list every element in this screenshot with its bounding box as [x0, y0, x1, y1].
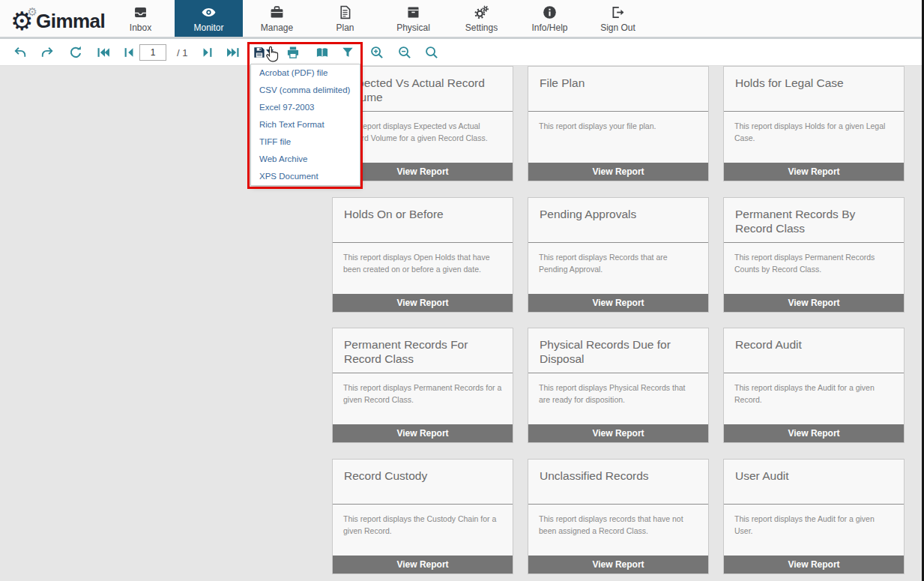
report-card-description: This report displays Holds for a given L… — [724, 112, 904, 145]
nav-item-info-help[interactable]: Info/Help — [516, 0, 584, 37]
view-report-button[interactable]: View Report — [528, 556, 708, 574]
nav-item-manage[interactable]: Manage — [243, 0, 311, 37]
top-navbar: ⚙ ⚙ Gimmal Inbox Monitor Manage Plan Phy… — [0, 0, 924, 39]
report-card-title: Holds for Legal Case — [724, 67, 904, 112]
box-icon — [405, 4, 421, 20]
page-layout-button[interactable] — [315, 45, 330, 60]
report-toolbar: / 1 — [0, 39, 924, 66]
print-button[interactable] — [286, 45, 301, 60]
next-page-button[interactable] — [200, 45, 215, 60]
report-card-description: This report displays the Audit for a giv… — [724, 373, 904, 406]
report-card: Physical Records Due for Disposal This r… — [528, 328, 709, 443]
first-page-button[interactable] — [96, 45, 111, 60]
view-report-button[interactable]: View Report — [528, 294, 708, 312]
view-report-button[interactable]: View Report — [724, 163, 904, 181]
report-card-description: This report displays Permanent Records C… — [724, 243, 904, 276]
briefcase-icon — [269, 4, 285, 20]
nav-item-physical[interactable]: Physical — [379, 0, 447, 37]
nav-items: Inbox Monitor Manage Plan Physical Setti… — [106, 0, 652, 37]
view-report-button[interactable]: View Report — [333, 556, 513, 574]
export-save-button[interactable] — [252, 45, 267, 60]
report-card-title: Permanent Records For Record Class — [333, 328, 513, 373]
view-report-button[interactable]: View Report — [333, 294, 513, 312]
view-report-button[interactable]: View Report — [528, 424, 708, 442]
report-card-title: File Plan — [528, 67, 708, 112]
gear-small-logo-icon: ⚙ — [27, 5, 37, 19]
report-card-title: User Audit — [724, 460, 904, 505]
prev-page-button[interactable] — [121, 45, 136, 60]
report-card: Record Custody This report displays the … — [332, 459, 513, 574]
report-card-title: Physical Records Due for Disposal — [528, 328, 708, 373]
report-card-title: Permanent Records By Record Class — [724, 198, 904, 243]
info-icon — [542, 4, 558, 20]
inbox-icon — [133, 4, 148, 20]
refresh-button[interactable] — [68, 45, 83, 60]
sign-out-icon — [610, 4, 626, 20]
export-menu-item[interactable]: Web Archive — [251, 151, 360, 168]
report-card: Unclassified Records This report display… — [528, 459, 709, 574]
page-number-input[interactable] — [139, 44, 166, 61]
report-card-description: This report displays Permanent Records f… — [333, 373, 513, 406]
view-report-button[interactable]: View Report — [528, 163, 708, 181]
search-button[interactable] — [424, 45, 439, 60]
report-card: User Audit This report displays the Audi… — [723, 459, 905, 574]
nav-item-settings[interactable]: Settings — [447, 0, 516, 37]
gimmal-logo: ⚙ ⚙ Gimmal — [10, 4, 105, 37]
report-card: Pending Approvals This report displays R… — [528, 197, 709, 313]
report-card: Permanent Records For Record Class This … — [332, 328, 513, 443]
report-card: Record Audit This report displays the Au… — [723, 328, 905, 443]
report-card-description: This report displays the Custody Chain f… — [333, 505, 513, 538]
view-report-button[interactable]: View Report — [724, 424, 904, 442]
export-format-menu: Acrobat (PDF) fileCSV (comma delimited)E… — [250, 64, 360, 186]
report-card: File Plan This report displays your file… — [528, 66, 709, 181]
last-page-button[interactable] — [226, 45, 241, 60]
report-card-title: Record Custody — [333, 460, 513, 505]
report-card-title: Holds On or Before — [333, 198, 513, 243]
undo-button[interactable] — [13, 45, 28, 60]
report-card-description: This report displays Records that are Pe… — [528, 243, 708, 276]
export-menu-item[interactable]: TIFF file — [251, 133, 360, 151]
nav-item-sign-out[interactable]: Sign Out — [584, 0, 652, 37]
report-card-title: Pending Approvals — [528, 198, 708, 243]
report-card: Holds for Legal Case This report display… — [723, 66, 905, 181]
report-card-description: This report displays Physical Records th… — [528, 373, 708, 406]
redo-button[interactable] — [40, 45, 55, 60]
brand-name: Gimmal — [36, 10, 105, 33]
report-card-description: This report displays Open Holds that hav… — [333, 243, 513, 276]
nav-item-plan[interactable]: Plan — [311, 0, 379, 37]
export-menu-item[interactable]: Acrobat (PDF) file — [251, 64, 360, 82]
nav-item-monitor[interactable]: Monitor — [175, 0, 243, 37]
view-report-button[interactable]: View Report — [724, 294, 904, 312]
gears-icon — [474, 4, 489, 20]
report-card-title: Record Audit — [724, 328, 904, 373]
zoom-out-button[interactable] — [397, 45, 412, 60]
view-report-button[interactable]: View Report — [724, 556, 904, 574]
report-card-description: This report displays the Audit for a giv… — [724, 505, 904, 538]
report-card-description: This report displays your file plan. — [528, 112, 708, 132]
nav-item-inbox[interactable]: Inbox — [106, 0, 175, 37]
page-total-label: / 1 — [177, 47, 187, 58]
view-report-button[interactable]: View Report — [333, 424, 513, 442]
zoom-in-button[interactable] — [369, 45, 384, 60]
report-card-title: Unclassified Records — [528, 460, 708, 505]
export-menu-item[interactable]: XPS Document — [251, 168, 360, 185]
document-icon — [337, 4, 353, 20]
export-menu-item[interactable]: Rich Text Format — [251, 116, 360, 133]
export-menu-item[interactable]: CSV (comma delimited) — [251, 82, 360, 99]
eye-icon — [201, 4, 217, 20]
reports-gallery: Expected Vs Actual Record Volume This re… — [0, 66, 924, 581]
report-card: Permanent Records By Record Class This r… — [723, 197, 905, 313]
filter-button[interactable] — [340, 45, 355, 60]
report-card: Holds On or Before This report displays … — [332, 197, 513, 313]
export-menu-item[interactable]: Excel 97-2003 — [251, 99, 360, 116]
report-card-description: This report displays records that have n… — [528, 505, 708, 538]
export-caret-down-icon[interactable] — [266, 49, 274, 54]
